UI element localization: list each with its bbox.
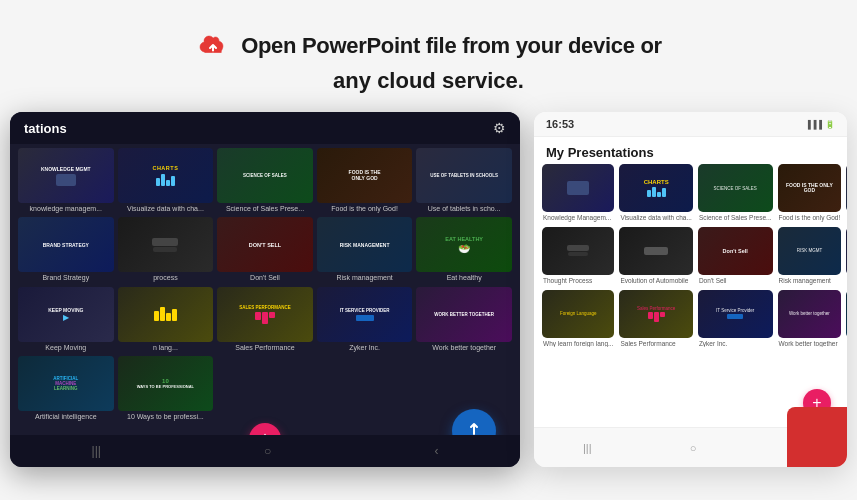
red-corner-decoration — [787, 407, 847, 467]
nav-home-icon[interactable]: ○ — [264, 444, 271, 458]
list-item[interactable]: Work better together Work better togethe… — [778, 290, 842, 348]
list-item[interactable]: RISK MGMT Risk management — [778, 227, 842, 285]
header: Open PowerPoint file from your device or… — [0, 0, 857, 112]
list-item[interactable]: Use of tablets in Schools Use of tablets… — [416, 148, 512, 213]
list-item[interactable]: Artificial Machine Arti... — [846, 290, 847, 348]
header-content: Open PowerPoint file from your device or — [20, 28, 837, 64]
left-phone-nav: ||| ○ ‹ — [10, 435, 520, 467]
header-subtitle: any cloud service. — [20, 68, 837, 94]
header-title: Open PowerPoint file from your device or — [241, 33, 662, 59]
right-nav-menu-icon[interactable]: ||| — [583, 442, 592, 454]
list-item[interactable]: Thought Process — [542, 227, 614, 285]
right-presentations-grid: Knowledge Managem... CHARTS Visualize da — [534, 164, 847, 355]
left-phone-header: tations ⚙ — [10, 112, 520, 144]
list-item[interactable]: Knowledge Mgmt knowledge managem... — [18, 148, 114, 213]
list-item[interactable]: KEEP MOVING — [846, 227, 847, 285]
right-nav-home-icon[interactable]: ○ — [690, 442, 697, 454]
list-item[interactable]: Don't Sell Don't Sell — [217, 217, 313, 282]
list-item[interactable]: Work better together Work better togethe… — [416, 287, 512, 352]
list-item[interactable]: Eat healthy 🥗 Eat healthy — [416, 217, 512, 282]
right-phone-time: 16:53 — [546, 118, 574, 130]
list-item[interactable]: Don't Sell Don't Sell — [698, 227, 773, 285]
right-phone-header: 16:53 ▐▐▐ 🔋 — [534, 112, 847, 137]
upload-cloud-icon — [195, 28, 231, 64]
list-item[interactable]: CHARTS Visualize data with cha... — [118, 148, 214, 213]
list-item[interactable]: process — [118, 217, 214, 282]
list-item[interactable]: IT Service Provider Zyker Inc. — [698, 290, 773, 348]
right-phone: 16:53 ▐▐▐ 🔋 My Presentations Knowledge M… — [534, 112, 847, 467]
list-item[interactable]: Artificial Machine Learning Artificial i… — [18, 356, 114, 421]
nav-menu-icon[interactable]: ||| — [92, 444, 101, 458]
list-item[interactable]: 10 Ways to be professional 10 Ways to be… — [118, 356, 214, 421]
right-phone-title: My Presentations — [534, 137, 847, 164]
list-item[interactable]: Evolution of Automobile — [619, 227, 692, 285]
left-presentations-grid: Knowledge Mgmt knowledge managem... CHAR… — [10, 144, 520, 426]
settings-icon[interactable]: ⚙ — [493, 120, 506, 136]
list-item[interactable]: Sales Performance Sales Performance — [217, 287, 313, 352]
phones-container: tations ⚙ Knowledge Mgmt knowledge manag… — [0, 112, 857, 472]
list-item[interactable]: SCIENCE OF SALES Science of Sales Prese.… — [217, 148, 313, 213]
list-item[interactable]: BRAND STRATEGY Brand Strategy — [18, 217, 114, 282]
list-item[interactable]: Sales Performance Sales Performance — [619, 290, 692, 348]
list-item[interactable]: IT Service Provider Zyker Inc. — [317, 287, 413, 352]
list-item[interactable]: FOOD IS THE ONLY GOD Food is the only Go… — [778, 164, 842, 222]
nav-back-icon[interactable]: ‹ — [434, 444, 438, 458]
list-item[interactable]: CHARTS Visualize data with cha... — [619, 164, 692, 222]
list-item[interactable]: Foreign Language Why learn foreign lang.… — [542, 290, 614, 348]
list-item[interactable]: RISK MANAGEMENT Risk management — [317, 217, 413, 282]
list-item[interactable]: FOOD IS THEONLY GOD Food is the only God… — [317, 148, 413, 213]
list-item[interactable]: Knowledge Managem... — [542, 164, 614, 222]
list-item[interactable]: KEEP MOVING ▶ Keep Moving — [18, 287, 114, 352]
list-item[interactable]: Use of tablets Use i... — [846, 164, 847, 222]
list-item[interactable]: n lang... — [118, 287, 214, 352]
left-phone: tations ⚙ Knowledge Mgmt knowledge manag… — [10, 112, 520, 467]
list-item[interactable]: SCIENCE OF SALES Science of Sales Prese.… — [698, 164, 773, 222]
left-phone-title: tations — [24, 121, 67, 136]
